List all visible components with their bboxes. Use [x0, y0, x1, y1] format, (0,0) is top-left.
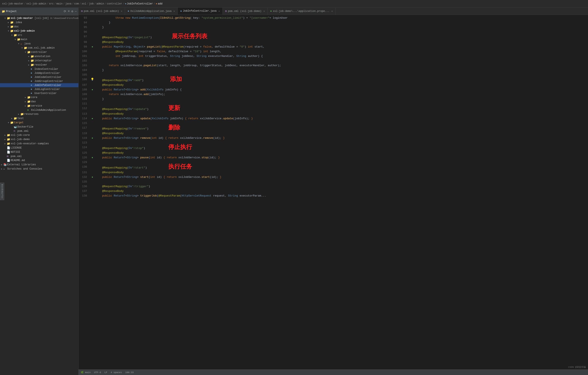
tree-item-jobcode[interactable]: ▶ ● JobCodeController — [0, 75, 78, 79]
tab-pom-admin[interactable]: m pom.xml (xxl-job-admin) ✕ — [79, 8, 125, 15]
code-line-100: 100 @RequestParam(required = false, defa… — [79, 49, 588, 54]
tree-item-pom-root[interactable]: ▶ m pom.xml — [0, 154, 78, 158]
tree-item-indexcontroller[interactable]: ▶ ● IndexController — [0, 67, 78, 71]
tree-item-xxljobcore[interactable]: ▶ 📁 xxl-job-core — [0, 133, 78, 137]
src-folder-icon: 📁 — [14, 33, 17, 37]
tree-item-executor[interactable]: ▶ 📁 xxl-job-executor-samples — [0, 142, 78, 146]
code-line-96: 96 — [79, 30, 588, 34]
tree-label: LICENSE — [10, 146, 22, 149]
tree-item-xxljobdemo[interactable]: ▶ 📁 xxl-job-demo — [0, 137, 78, 142]
tab-close-props[interactable]: ✕ — [331, 10, 333, 12]
tree-item-doc[interactable]: ▶ 📁 doc — [0, 25, 78, 29]
collapse-icon[interactable]: ≡ — [68, 10, 70, 13]
sidebar: 📁 Project ⟳ ≡ ⚙ — Bookmarks ▼ 📁 xxl-job-… — [0, 8, 79, 375]
breadcrumb-part[interactable]: admin — [96, 2, 104, 5]
breadcrumb-part[interactable]: add — [158, 2, 163, 5]
code-line-126: 126 ● public ReturnT<String> pause(int i… — [79, 155, 588, 160]
tab-xxlapp[interactable]: ● XxlJobAdminApplication.java ✕ — [125, 8, 178, 15]
tree-label: resources — [24, 113, 39, 116]
tree-label: target — [14, 121, 23, 124]
tree-item-notice[interactable]: ▶ 📄 NOTICE — [0, 150, 78, 154]
tree-item-resolver[interactable]: ▶ 📁 resolver — [0, 63, 78, 67]
tab-close-pom-demo[interactable]: ✕ — [263, 10, 265, 12]
tree-item-java[interactable]: ▼ ☕ java — [0, 42, 78, 46]
code-line-132: 132 ● public ReturnT<String> start(int i… — [79, 175, 588, 179]
indent-info: 4 spaces — [111, 371, 122, 374]
code-line-102: 102 — [79, 59, 588, 63]
code-line-138: 138 public ReturnT<String> triggerJob(@R… — [79, 194, 588, 198]
tree-item-main[interactable]: ▼ 📁 main — [0, 37, 78, 42]
notice-icon: 📄 — [7, 150, 10, 154]
tree-item-jobinfo[interactable]: ▶ ● JobInfoController — [0, 83, 78, 87]
close-icon[interactable]: — — [75, 10, 77, 13]
encoding[interactable]: UTF-8 — [94, 371, 101, 374]
code-line-109: 109 return xxlJobService.add(jobInfo); — [79, 92, 588, 97]
tree-item-service[interactable]: ▶ 📁 service — [0, 104, 78, 108]
tab-label: pom.xml (xxl-job-demo) — [228, 10, 262, 13]
code-line-104: 104 } — [79, 68, 588, 73]
tree-item-annotation[interactable]: ▶ 📁 annotation — [0, 54, 78, 59]
breadcrumb-part[interactable]: src — [49, 2, 54, 5]
tree-item-target[interactable]: ▼ 📁 target — [0, 121, 78, 125]
tree-item-root[interactable]: ▼ 📁 xxl-job-master [xxl-job] D:\Download… — [0, 16, 78, 20]
main-folder-icon: 📁 — [17, 38, 21, 41]
code-line-125: 125 @ResponseBody — [79, 151, 588, 155]
line-ending[interactable]: LF — [105, 371, 107, 374]
tree-item-joblog[interactable]: ▶ ● JobLogController — [0, 87, 78, 91]
git-branch[interactable]: 🌿 main — [81, 371, 91, 374]
breadcrumb-part[interactable]: com — [74, 2, 79, 5]
tree-item-readme[interactable]: ▶ 📄 README.md — [0, 158, 78, 163]
scratches-icon: ✏ — [3, 167, 7, 171]
tree-item-user[interactable]: ▶ ● UserController — [0, 91, 78, 95]
tree-item-license[interactable]: ▶ 📄 LICENSE — [0, 146, 78, 150]
tab-close-pom-admin[interactable]: ✕ — [121, 10, 122, 12]
cursor-pos: 106:33 — [125, 371, 134, 374]
tree-item-interceptor[interactable]: ▶ 📁 interceptor — [0, 59, 78, 63]
tree-item-scratches[interactable]: ▶ ✏ Scratches and Consoles — [0, 167, 78, 171]
tree-item-xxljobapp[interactable]: ▶ ● XxlJobAdminApplication — [0, 108, 78, 112]
breadcrumb-part[interactable]: xxl — [82, 2, 86, 5]
tree-label: xxl-job-admin — [14, 30, 35, 32]
tab-app-props[interactable]: ● xxl-job-demo\...\application.prope... … — [268, 8, 336, 15]
tree-item-idea[interactable]: ▶ 📁 .idea — [0, 20, 78, 25]
tab-pom-demo[interactable]: m pom.xml (xxl-job-demo) ✕ — [223, 8, 268, 15]
tab-close-jobinfo[interactable]: ✕ — [219, 10, 220, 12]
breadcrumb-part[interactable]: main — [56, 2, 63, 5]
dao-folder-icon: 📁 — [27, 100, 31, 103]
code-line-113: 113 @ResponseBody — [79, 112, 588, 116]
tree-item-libraries[interactable]: ▶ 📚 External Libraries — [0, 163, 78, 167]
tree-item-resources[interactable]: ▶ 📁 resources — [0, 112, 78, 116]
idea-folder-icon: 📁 — [10, 21, 14, 24]
tree-item-dockerfile[interactable]: ▶ 🐋 Dockerfile — [0, 125, 78, 129]
bottom-bar: 🌿 main UTF-8 LF 4 spaces 106:33 — [79, 369, 588, 375]
tree-label: src — [17, 34, 22, 37]
tree-item-jobapi[interactable]: ▶ ● JobApiController — [0, 71, 78, 75]
tree-item-core[interactable]: ▶ 📁 core — [0, 95, 78, 100]
tree-item-src[interactable]: ▼ 📁 src — [0, 33, 78, 37]
tree-item-admin[interactable]: ▼ 📁 xxl-job-admin — [0, 29, 78, 33]
sync-icon[interactable]: ⟳ — [64, 10, 66, 13]
breadcrumb-part[interactable]: xxl-job-admin — [26, 2, 46, 5]
code-editor[interactable]: 93 throw new RuntimeException(I18nUtil.g… — [79, 15, 588, 369]
breadcrumb-part[interactable]: xxl-job-master — [2, 2, 23, 5]
code-line-131: 131 @ResponseBody — [79, 170, 588, 175]
tree-item-com[interactable]: ▼ 📁 com.xxl.job.admin — [0, 46, 78, 50]
tree-item-jobgroup[interactable]: ▶ ● JobGroupController — [0, 79, 78, 83]
tree-item-controller[interactable]: ▼ 📁 controller — [0, 50, 78, 54]
tree-label: IndexController — [34, 68, 58, 71]
breadcrumb-part[interactable]: java — [65, 2, 72, 5]
gear-icon[interactable]: ⚙ — [71, 10, 73, 13]
bookmarks-tab[interactable]: Bookmarks — [0, 183, 4, 200]
breadcrumb-part[interactable]: job — [89, 2, 94, 5]
tab-bar: m pom.xml (xxl-job-admin) ✕ ● XxlJobAdmi… — [79, 8, 588, 15]
tree-item-pom-admin[interactable]: ▶ m pom.xml — [0, 129, 78, 133]
tab-jobinfo[interactable]: ● JobInfoController.java ✕ — [178, 8, 223, 15]
tree-item-dao[interactable]: ▶ 📁 dao — [0, 100, 78, 104]
resources-icon: 📁 — [20, 113, 24, 116]
breadcrumb-part[interactable]: controller — [107, 2, 122, 5]
code-line-115: 115 — [79, 121, 588, 126]
tab-close-app[interactable]: ✕ — [173, 10, 175, 12]
breadcrumb-part[interactable]: JobInfoController — [127, 2, 153, 5]
tree-item-test[interactable]: ▶ 📁 test — [0, 116, 78, 121]
breadcrumb-part[interactable]: ● — [156, 2, 157, 5]
